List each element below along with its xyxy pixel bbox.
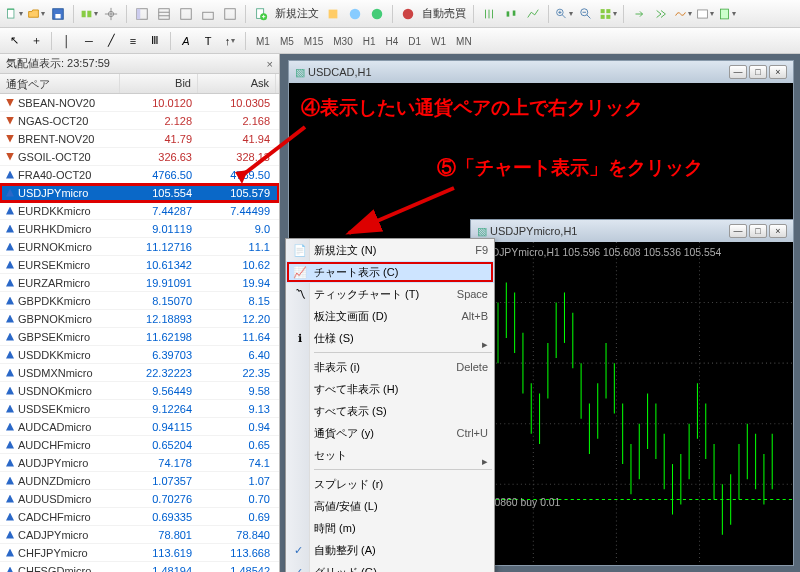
menu-item[interactable]: 板注文画面 (D)Alt+B [286,305,494,327]
menu-item[interactable]: 非表示 (i)Delete [286,356,494,378]
autotrade-icon[interactable] [398,4,418,24]
symbol-row[interactable]: AUDJPYmicro74.17874.1 [0,454,279,472]
symbol-row[interactable]: EURDKKmicro7.442877.44499 [0,202,279,220]
symbol-row[interactable]: AUDCADmicro0.941150.94 [0,418,279,436]
chart-body[interactable]: USDJPYmicro,H1 105.596 105.608 105.536 1… [471,242,793,565]
signals-icon[interactable] [345,4,365,24]
period-icon[interactable] [695,4,715,24]
mw-icon[interactable] [154,4,174,24]
line-icon[interactable] [523,4,543,24]
timeframe-d1[interactable]: D1 [403,34,426,49]
strategy-icon[interactable] [220,4,240,24]
symbol-row[interactable]: GBPNOKmicro12.1889312.20 [0,310,279,328]
new-order-label[interactable]: 新規注文 [273,6,321,21]
text-a-icon[interactable]: A [176,31,196,51]
symbol-row[interactable]: GBPDKKmicro8.150708.15 [0,292,279,310]
hline-icon[interactable]: ─ [79,31,99,51]
menu-item[interactable]: 時間 (m) [286,517,494,539]
bars-icon[interactable] [479,4,499,24]
menu-item[interactable]: ℹ仕様 (S) [286,327,494,349]
chart-titlebar[interactable]: ▧ USDCAD,H1 — □ × [289,61,793,83]
nav-icon[interactable] [132,4,152,24]
timeframe-h1[interactable]: H1 [358,34,381,49]
mql-icon[interactable] [367,4,387,24]
close-icon[interactable]: × [267,58,273,70]
close-icon[interactable]: × [769,65,787,79]
autotrade-label[interactable]: 自動売買 [420,6,468,21]
new-order-icon[interactable] [251,4,271,24]
crosshair-icon[interactable] [101,4,121,24]
symbol-row[interactable]: AUDCHFmicro0.652040.65 [0,436,279,454]
metaeditor-icon[interactable] [323,4,343,24]
timeframe-m5[interactable]: M5 [275,34,299,49]
cross-icon[interactable]: ＋ [26,31,46,51]
zoom-out-icon[interactable] [576,4,596,24]
candles-icon[interactable] [501,4,521,24]
timeframe-m30[interactable]: M30 [328,34,357,49]
end-icon[interactable] [651,4,671,24]
menu-item[interactable]: スプレッド (r) [286,473,494,495]
symbol-row[interactable]: USDDKKmicro6.397036.40 [0,346,279,364]
symbol-row[interactable]: USDNOKmicro9.564499.58 [0,382,279,400]
timeframe-m1[interactable]: M1 [251,34,275,49]
maximize-icon[interactable]: □ [749,224,767,238]
svg-rect-4 [87,10,91,17]
vline-icon[interactable]: │ [57,31,77,51]
terminal-icon[interactable] [198,4,218,24]
col-ask[interactable]: Ask [198,74,276,93]
fib-icon[interactable]: Ⅲ [145,31,165,51]
tile-icon[interactable] [598,4,618,24]
minimize-icon[interactable]: — [729,65,747,79]
symbol-row[interactable]: GBPSEKmicro11.6219811.64 [0,328,279,346]
symbol-row[interactable]: CADCHFmicro0.693350.69 [0,508,279,526]
symbol-row[interactable]: USDSEKmicro9.122649.13 [0,400,279,418]
menu-item[interactable]: 自動整列 (A) [286,539,494,561]
menu-item[interactable]: セット [286,444,494,466]
symbol-row[interactable]: CADJPYmicro78.80178.840 [0,526,279,544]
symbol-row[interactable]: USDMXNmicro22.3222322.35 [0,364,279,382]
menu-item[interactable]: 📈チャート表示 (C) [286,261,494,283]
menu-item[interactable]: すべて表示 (S) [286,400,494,422]
timeframe-w1[interactable]: W1 [426,34,451,49]
menu-item[interactable]: グリッド (G) [286,561,494,572]
trend-icon[interactable]: ╱ [101,31,121,51]
save-icon[interactable] [48,4,68,24]
cursor-icon[interactable]: ↖ [4,31,24,51]
menu-item[interactable]: 通貨ペア (y)Ctrl+U [286,422,494,444]
timeframe-m15[interactable]: M15 [299,34,328,49]
col-bid[interactable]: Bid [120,74,198,93]
indicator-icon[interactable] [673,4,693,24]
shift-icon[interactable] [629,4,649,24]
zoom-in-icon[interactable] [554,4,574,24]
arrows-icon[interactable]: ↑ [220,31,240,51]
maximize-icon[interactable]: □ [749,65,767,79]
svg-rect-23 [606,9,610,13]
menu-item[interactable]: すべて非表示 (H) [286,378,494,400]
symbol-row[interactable]: EURSEKmicro10.6134210.62 [0,256,279,274]
symbol-row[interactable]: CHFSGDmicro1.481941.48542 [0,562,279,572]
symbol-row[interactable]: AUDNZDmicro1.073571.07 [0,472,279,490]
chart-title: USDJPYmicro,H1 [490,225,577,237]
folder-icon[interactable] [26,4,46,24]
menu-item[interactable]: 高値/安値 (L) [286,495,494,517]
symbol-row[interactable]: EURZARmicro19.9109119.94 [0,274,279,292]
symbol-row[interactable]: AUDUSDmicro0.702760.70 [0,490,279,508]
symbol-row[interactable]: CHFJPYmicro113.619113.668 [0,544,279,562]
chart-titlebar[interactable]: ▧ USDJPYmicro,H1 — □ × [471,220,793,242]
template-icon[interactable] [717,4,737,24]
data-icon[interactable] [176,4,196,24]
text-icon[interactable]: T [198,31,218,51]
timeframe-h4[interactable]: H4 [381,34,404,49]
new-file-icon[interactable] [4,4,24,24]
timeframe-mn[interactable]: MN [451,34,477,49]
symbol-row[interactable]: SBEAN-NOV2010.012010.0305 [0,94,279,112]
close-icon[interactable]: × [769,224,787,238]
col-symbol[interactable]: 通貨ペア [0,74,120,93]
timeframe-buttons: M1M5M15M30H1H4D1W1MN [251,35,477,47]
minimize-icon[interactable]: — [729,224,747,238]
channel-icon[interactable]: ≡ [123,31,143,51]
symbol-row[interactable]: EURHKDmicro9.011199.0 [0,220,279,238]
menu-item[interactable]: 〽ティックチャート (T)Space [286,283,494,305]
profile-icon[interactable] [79,4,99,24]
symbol-row[interactable]: EURNOKmicro11.1271611.1 [0,238,279,256]
